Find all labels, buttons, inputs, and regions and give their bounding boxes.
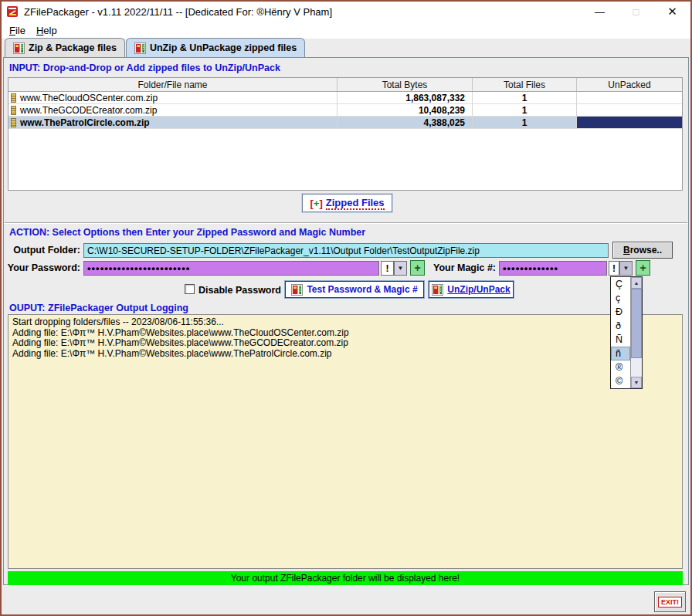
total-bytes-cell: 4,388,025 (338, 117, 473, 128)
exit-button[interactable]: EXIT! (654, 591, 686, 612)
zipper-icon (11, 118, 16, 127)
char-option[interactable]: Ñ (611, 333, 630, 347)
exit-button-label: EXIT! (658, 597, 682, 608)
unpacked-cell (577, 104, 682, 116)
menu-help[interactable]: Help (32, 23, 63, 38)
zfilepackager-window: ZFilePackager - v1.11 2022/11/11 -- [Ded… (0, 0, 692, 616)
zip-file-icon (13, 42, 25, 54)
output-section-header: OUPUT: ZFilePackager Output Logging (9, 303, 188, 313)
tab-unzip-unpackage-label: UnZip & UnPackage zipped files (150, 42, 297, 53)
add-zipped-files-label: Zipped Files (326, 197, 385, 210)
unpacked-cell (577, 92, 682, 103)
tab-unzip-unpackage[interactable]: UnZip & UnPackage zipped files (126, 38, 305, 57)
minimize-button[interactable]: — (582, 2, 618, 22)
scroll-down-icon[interactable]: ▼ (631, 377, 642, 388)
output-log-area[interactable]: Start dropping folders/files -- 2023/08/… (8, 314, 683, 569)
char-option[interactable]: Ð (611, 305, 630, 319)
disable-password-label: Disable Password (198, 285, 283, 296)
output-folder-field[interactable]: C:\W10-SECURED-SETUP-FOLDER\ZFilePackage… (83, 243, 609, 258)
zip-file-icon (432, 284, 443, 296)
file-name: www.ThePatrolCircle.com.zip (20, 117, 150, 128)
total-bytes-cell: 10,408,239 (338, 104, 473, 116)
unzip-unpack-label: UnZip/UnPack (447, 284, 510, 295)
dropdown-scrollbar[interactable]: ▲ ▼ (630, 277, 642, 388)
titlebar: ZFilePackager - v1.11 2022/11/11 -- [Ded… (2, 2, 690, 22)
log-line: Adding file: E:\Φπ™ H.V.Pham©Websites.pl… (12, 328, 678, 339)
input-section-header: INPUT: Drop-and-Drop or Add zipped files… (9, 63, 280, 73)
status-bar: Your output ZFilePackager folder will be… (8, 571, 683, 585)
window-title: ZFilePackager - v1.11 2022/11/11 -- [Ded… (24, 6, 332, 18)
special-char-dropdown: Ç ç Ð ð Ñ ñ ® © ▲ ▼ (610, 276, 643, 389)
scrollbar-thumb[interactable] (631, 289, 642, 358)
bracket-right: ] (319, 198, 322, 209)
menu-file[interactable]: File (5, 23, 32, 38)
char-option-selected[interactable]: ñ (611, 347, 630, 360)
magic-add-char-button[interactable]: + (636, 260, 650, 276)
password-label: Your Password: (2, 262, 80, 273)
column-header-unpacked[interactable]: UnPacked (577, 78, 682, 91)
plus-sign: + (314, 198, 320, 209)
tab-bar: Zip & Package files UnZip & UnPackage zi… (5, 38, 306, 57)
char-option[interactable]: ® (611, 360, 630, 374)
table-header-row: Folder/File name Total Bytes Total Files… (8, 78, 682, 92)
total-files-cell: 1 (473, 92, 577, 103)
magic-number-label: Your Magic #: (428, 262, 496, 273)
char-option[interactable]: ð (611, 319, 630, 333)
unzip-file-icon (134, 42, 146, 54)
window-controls: — □ ✕ (582, 2, 690, 22)
special-char-list: Ç ç Ð ð Ñ ñ ® © (611, 277, 630, 388)
total-files-cell: 1 (473, 117, 577, 128)
scroll-up-icon[interactable]: ▲ (631, 277, 642, 289)
column-header-total-files[interactable]: Total Files (473, 78, 577, 91)
tab-zip-package-label: Zip & Package files (29, 42, 117, 53)
zip-file-icon (291, 284, 303, 296)
test-password-label: Test Password & Magic # (307, 284, 417, 295)
char-option[interactable]: ç (611, 291, 630, 305)
file-name: www.TheGCODECreator.com.zip (20, 105, 157, 116)
magic-number-field[interactable]: ••••••••••••• (499, 261, 607, 276)
char-option[interactable]: Ç (611, 277, 630, 291)
total-files-cell: 1 (473, 104, 577, 116)
unpacked-cell-selected (577, 117, 682, 128)
char-option[interactable]: © (611, 374, 630, 388)
column-header-total-bytes[interactable]: Total Bytes (338, 78, 473, 91)
column-header-folder-file-name[interactable]: Folder/File name (8, 78, 338, 91)
output-folder-label: Output Folder: (2, 245, 80, 256)
magic-char-combo-arrow[interactable]: ▼ (619, 261, 633, 276)
close-button[interactable]: ✕ (654, 2, 690, 22)
table-row[interactable]: www.TheCloudOSCenter.com.zip 1,863,087,3… (8, 92, 682, 104)
tab-zip-package[interactable]: Zip & Package files (5, 38, 125, 57)
log-line: Start dropping folders/files -- 2023/08/… (12, 317, 678, 328)
zipper-icon (11, 93, 16, 103)
file-name: www.TheCloudOSCenter.com.zip (20, 93, 158, 103)
maximize-button[interactable]: □ (618, 2, 654, 22)
app-icon (6, 5, 19, 18)
magic-char-combo-value[interactable]: ! (609, 261, 619, 276)
table-row-selected[interactable]: www.ThePatrolCircle.com.zip 4,388,025 1 (8, 117, 682, 129)
table-row[interactable]: www.TheGCODECreator.com.zip 10,408,239 1 (8, 104, 682, 117)
password-add-char-button[interactable]: + (410, 260, 425, 276)
password-field[interactable]: •••••••••••••••••••••••• (83, 261, 379, 276)
scrollbar-track[interactable] (631, 358, 642, 377)
zipped-files-table[interactable]: Folder/File name Total Bytes Total Files… (8, 77, 683, 191)
section-separator (5, 222, 687, 224)
log-line: Adding file: E:\Φπ™ H.V.Pham©Websites.pl… (12, 338, 678, 349)
unzip-unpack-button[interactable]: UnZip/UnPack (429, 281, 514, 298)
action-section-header: ACTION: Select Options then Enter your Z… (9, 227, 365, 238)
disable-password-checkbox[interactable] (185, 284, 195, 294)
log-line: Adding file: E:\Φπ™ H.V.Pham©Websites.pl… (12, 349, 678, 360)
zipper-icon (11, 106, 16, 115)
add-zipped-files-button[interactable]: [ + ] Zipped Files (302, 194, 392, 212)
menubar: File Help (2, 22, 690, 39)
password-char-combo-value[interactable]: ! (381, 261, 394, 276)
password-char-combo-arrow[interactable]: ▼ (394, 261, 407, 276)
total-bytes-cell: 1,863,087,332 (338, 92, 473, 103)
test-password-button[interactable]: Test Password & Magic # (285, 281, 424, 298)
browse-button[interactable]: Browse.. (612, 242, 673, 259)
